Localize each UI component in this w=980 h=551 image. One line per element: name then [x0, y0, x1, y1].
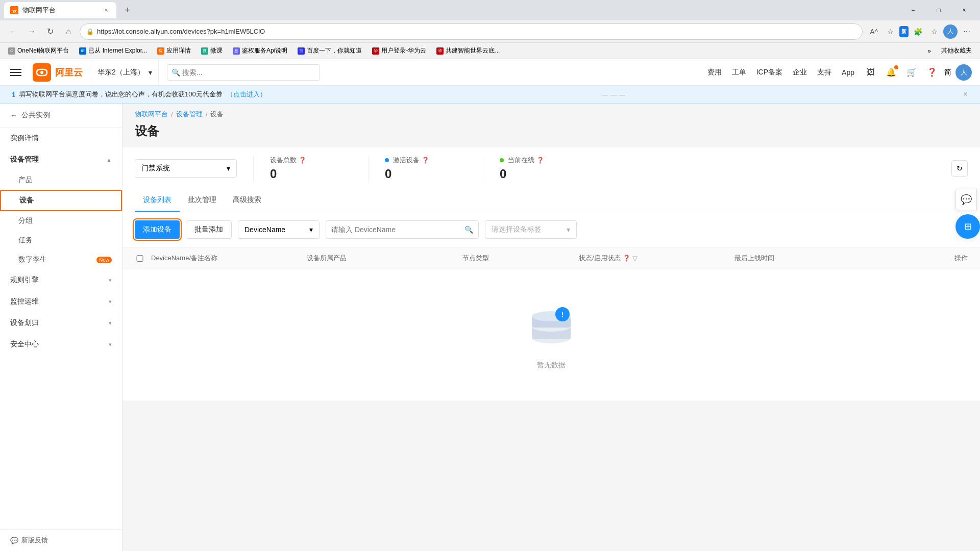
sidebar-item-devices[interactable]: 设备: [0, 190, 122, 211]
more-icon[interactable]: ⋯: [960, 24, 974, 39]
minimize-button[interactable]: −: [901, 2, 925, 18]
bookmark-ie[interactable]: IE 已从 Internet Explor...: [75, 45, 151, 56]
new-tab-button[interactable]: +: [120, 3, 135, 17]
breadcrumb-iot[interactable]: 物联网平台: [135, 110, 168, 119]
info-icon: ℹ: [12, 91, 15, 98]
tab-advanced-search[interactable]: 高级搜索: [225, 189, 270, 212]
sidebar-item-monitoring[interactable]: 监控运维 ▾: [0, 291, 122, 312]
hamburger-menu[interactable]: [8, 64, 24, 81]
translate-icon[interactable]: Aᴬ: [867, 24, 881, 39]
device-tag-filter-dropdown[interactable]: 请选择设备标签 ▾: [485, 220, 577, 239]
sidebar-item-security[interactable]: 安全中心 ▾: [0, 334, 122, 355]
device-search-input-wrap: 🔍: [326, 220, 479, 239]
sidebar-back-button[interactable]: ← 公共实例: [0, 104, 122, 128]
stats-refresh-button[interactable]: ↻: [951, 160, 968, 177]
nav-link-support[interactable]: 支持: [817, 68, 831, 77]
tab-batch-mgmt[interactable]: 批次管理: [180, 189, 225, 212]
notification-close-button[interactable]: ×: [963, 90, 968, 99]
notif-dash1: — — —: [602, 91, 625, 98]
close-button[interactable]: ×: [952, 2, 976, 18]
top-navigation: 阿里云 华东2（上海） ▾ 🔍 费用 工单 ICP备案 企业 支持 App 🖼: [0, 59, 980, 86]
user-profile-button[interactable]: 人: [943, 24, 958, 39]
refresh-button[interactable]: ↻: [43, 24, 57, 39]
sidebar-item-tasks[interactable]: 任务: [0, 231, 122, 250]
cart-icon[interactable]: 🛒: [903, 64, 920, 81]
other-bookmarks[interactable]: 其他收藏夹: [937, 45, 976, 56]
address-bar[interactable]: 🔒 https://iot.console.aliyun.com/devices…: [80, 23, 863, 40]
bookmark-app[interactable]: 应 应用详情: [153, 45, 195, 56]
bookmark-mooc[interactable]: 微 微课: [197, 45, 227, 56]
language-switch[interactable]: 简: [944, 68, 951, 77]
tab-device-list[interactable]: 设备列表: [135, 189, 180, 212]
other-bookmarks-label: 其他收藏夹: [941, 46, 972, 55]
top-search-bar[interactable]: 🔍: [167, 64, 320, 81]
logo-area: 阿里云: [33, 63, 83, 82]
bookmark-label-app: 应用详情: [166, 46, 191, 55]
stat-activated-label: 激活设备 ❓: [385, 156, 467, 165]
nav-link-fees[interactable]: 费用: [707, 68, 722, 77]
user-avatar[interactable]: 人: [955, 64, 972, 81]
search-icon[interactable]: 🔍: [464, 226, 473, 234]
sidebar-item-groups[interactable]: 分组: [0, 211, 122, 231]
aliyun-logo-icon: [33, 63, 51, 82]
nav-link-ticket[interactable]: 工单: [732, 68, 746, 77]
status-filter-icon[interactable]: ▽: [632, 255, 638, 262]
browser-tab[interactable]: 云 物联网平台 ×: [4, 2, 116, 18]
chevron-down-icon-rules: ▾: [109, 277, 112, 284]
bookmark-baidu[interactable]: 百 百度一下，你就知道: [293, 45, 366, 56]
maximize-button[interactable]: □: [927, 2, 950, 18]
nav-link-app[interactable]: App: [842, 68, 854, 77]
star-icon[interactable]: ☆: [883, 24, 897, 39]
image-icon[interactable]: 🖼: [863, 64, 879, 81]
bookmark-onenet[interactable]: O OneNet物联网平台: [4, 45, 73, 56]
bookmark-huawei2[interactable]: 华 共建智能世界云底...: [432, 45, 504, 56]
bookmark-huawei1[interactable]: 华 用户登录-华为云: [368, 45, 430, 56]
sidebar-item-device-mgmt[interactable]: 设备管理 ▲: [0, 149, 122, 170]
help-icon[interactable]: ❓: [924, 64, 940, 81]
device-table: DeviceName/备注名称 设备所属产品 节点类型 状态/启用状态 ❓ ▽ …: [122, 247, 980, 400]
product-dropdown[interactable]: 门禁系统 ▾: [135, 159, 237, 178]
collections-icon[interactable]: ☆: [927, 24, 941, 39]
sidebar-item-rules[interactable]: 规则引擎 ▾: [0, 269, 122, 291]
add-device-button[interactable]: 添加设备: [135, 220, 180, 239]
back-button[interactable]: ←: [6, 24, 20, 39]
notification-text: 填写物联网平台满意度问卷，说出您的心声，有机会收获100元代金券: [19, 90, 223, 99]
breadcrumb-device-mgmt[interactable]: 设备管理: [176, 110, 203, 119]
extensions-icon[interactable]: 🧩: [911, 24, 925, 39]
sidebar-item-device-assign[interactable]: 设备划归 ▾: [0, 312, 122, 334]
chat-float-button[interactable]: 💬: [955, 189, 977, 210]
device-name-filter-dropdown[interactable]: DeviceName ▾: [238, 220, 320, 239]
empty-state: ! 暂无数据: [122, 269, 980, 400]
select-all-checkbox[interactable]: [135, 255, 145, 262]
forward-button[interactable]: →: [24, 24, 39, 39]
bookmark-favicon-mooc: 微: [201, 47, 208, 55]
notification-icon[interactable]: 🔔: [883, 64, 899, 81]
filter-dropdown-arrow: ▾: [309, 226, 313, 234]
nav-link-enterprise[interactable]: 企业: [793, 68, 807, 77]
device-search-input[interactable]: [331, 226, 464, 234]
sidebar-item-instance[interactable]: 实例详情: [0, 128, 122, 149]
sidebar-item-products[interactable]: 产品: [0, 170, 122, 190]
dashboard-float-button[interactable]: ⊞: [955, 214, 980, 239]
home-button[interactable]: ⌂: [61, 24, 76, 39]
nav-link-icp[interactable]: ICP备案: [756, 68, 782, 77]
bookmark-label-mooc: 微课: [210, 46, 223, 55]
bookmark-more-button[interactable]: »: [923, 46, 935, 56]
url-text: https://iot.console.aliyun.com/devices?p…: [97, 28, 265, 35]
sidebar-item-digital-twin[interactable]: 数字孪生 New: [0, 250, 122, 269]
top-search-input[interactable]: [182, 68, 315, 77]
floating-buttons: 💬 ⊞: [955, 189, 980, 362]
status-help-icon: ❓: [623, 255, 630, 262]
sidebar-footer-feedback[interactable]: 💬 新版反馈: [0, 529, 122, 551]
extension-new-badge[interactable]: 新: [899, 26, 909, 37]
region-selector[interactable]: 华东2（上海） ▾: [91, 59, 159, 86]
tab-close-button[interactable]: ×: [102, 6, 110, 14]
notification-link[interactable]: （点击进入）: [227, 90, 266, 99]
stat-separator-3: [483, 156, 483, 181]
bookmark-api[interactable]: 鉴 鉴权服务Api说明: [229, 45, 291, 56]
profile-icon[interactable]: 人: [943, 24, 958, 39]
nav-links: 费用 工单 ICP备案 企业 支持 App: [707, 68, 854, 77]
logo-text: 阿里云: [55, 66, 83, 79]
batch-add-button[interactable]: 批量添加: [186, 220, 232, 239]
stat-total: 设备总数 ❓ 0: [270, 156, 352, 181]
